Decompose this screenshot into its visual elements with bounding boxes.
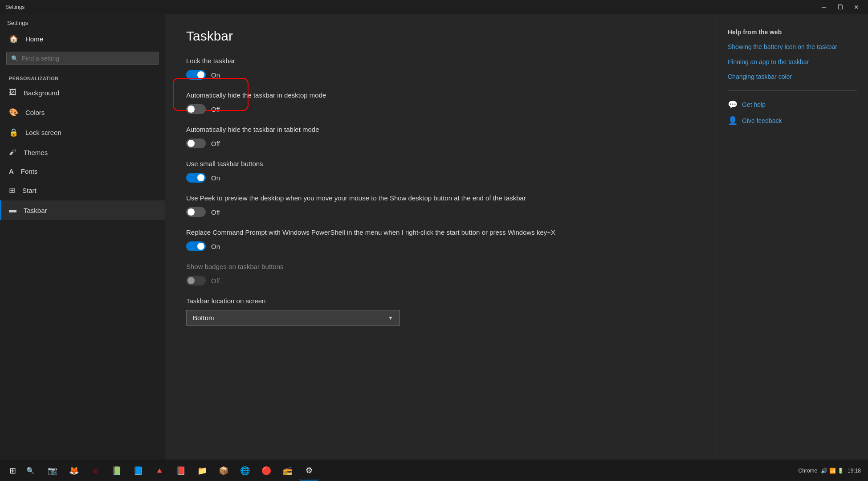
taskbar-app-3[interactable]: 🔺 [150,461,169,481]
lock-taskbar-label: Lock the taskbar [186,56,695,65]
small-buttons-row: On [186,173,695,183]
setting-taskbar-location: Taskbar location on screen Bottom ▼ [186,296,695,326]
restore-button[interactable]: ⧠ [833,2,847,12]
setting-replace-command: Replace Command Prompt with Windows Powe… [186,228,695,251]
small-buttons-knob [197,174,204,181]
sidebar-label-colors: Colors [25,109,45,116]
sidebar-app-title: Settings [0,14,165,30]
small-buttons-toggle[interactable] [186,173,206,183]
auto-hide-tablet-label: Automatically hide the taskbar in tablet… [186,125,695,134]
taskbar-app-edge[interactable]: 🌐 [235,461,255,481]
sidebar-item-fonts[interactable]: A Fonts [0,162,165,180]
taskbar-app-radio[interactable]: 📻 [278,461,297,481]
lock-screen-icon: 🔒 [9,128,18,137]
help-link-pinning[interactable]: Pinning an app to the taskbar [728,58,857,67]
peek-preview-label: Use Peek to preview the desktop when you… [186,193,695,203]
taskbar-location-value: Bottom [193,314,214,322]
taskbar-app-excel[interactable]: 📗 [107,461,126,481]
sidebar-item-colors[interactable]: 🎨 Colors [0,102,165,122]
taskbar-icon: ▬ [9,206,16,215]
taskbar-location-label: Taskbar location on screen [186,296,695,306]
small-buttons-label: Use small taskbar buttons [186,159,695,168]
sidebar-label-background: Background [24,89,59,97]
lock-taskbar-toggle[interactable] [186,70,206,80]
sidebar-item-home[interactable]: 🏠 Home [0,30,165,48]
themes-icon: 🖌 [9,148,16,157]
sidebar-item-lock-screen[interactable]: 🔒 Lock screen [0,122,165,143]
taskbar-app-2[interactable]: ⊘ [86,461,105,481]
taskbar-app-word[interactable]: 📘 [128,461,148,481]
sidebar-label-fonts: Fonts [21,167,38,175]
show-badges-status: Off [211,277,220,285]
help-divider [728,90,857,91]
page-title: Taskbar [186,29,695,44]
help-link-color[interactable]: Changing taskbar color [728,73,857,82]
replace-command-status: On [211,243,220,250]
window-controls: ─ ⧠ ✕ [818,2,863,12]
setting-show-badges: Show badges on taskbar buttons Off [186,262,695,285]
taskbar-app-task-view[interactable]: 📷 [43,461,62,481]
get-help-action[interactable]: 💬 Get help [728,100,857,110]
give-feedback-icon: 👤 [728,116,738,126]
sidebar-label-lock-screen: Lock screen [25,129,61,136]
setting-lock-taskbar: Lock the taskbar On [186,56,695,80]
taskbar-app-settings[interactable]: ⚙ [299,461,319,481]
taskbar-app-firefox[interactable]: 🦊 [64,461,84,481]
home-label: Home [25,35,43,43]
give-feedback-action[interactable]: 👤 Give feedback [728,116,857,126]
search-input[interactable] [22,55,154,62]
peek-preview-status: Off [211,208,220,216]
start-button[interactable]: ⊞ [4,462,21,480]
help-link-battery[interactable]: Showing the battery icon on the taskbar [728,43,857,52]
replace-command-toggle[interactable] [186,241,206,251]
system-taskbar: ⊞ 🔍 📷 🦊 ⊘ 📗 📘 🔺 📕 📁 📦 🌐 🔴 📻 ⚙ Chrome 🔊 📶… [0,460,868,481]
taskbar-app-ppt[interactable]: 📕 [171,461,191,481]
right-panel: Help from the web Showing the battery ic… [717,14,868,460]
get-help-label: Get help [742,101,766,108]
small-buttons-status: On [211,174,220,182]
auto-hide-tablet-row: Off [186,139,695,148]
background-icon: 🖼 [9,88,16,97]
peek-preview-toggle[interactable] [186,207,206,217]
replace-command-label: Replace Command Prompt with Windows Powe… [186,228,695,237]
setting-auto-hide-desktop: Automatically hide the taskbar in deskto… [186,90,695,114]
search-box[interactable]: 🔍 [6,52,159,65]
auto-hide-desktop-status: Off [211,106,220,113]
sidebar-label-themes: Themes [24,149,48,156]
app-body: Settings 🏠 Home 🔍 Personalization 🖼 Back… [0,14,868,460]
show-badges-knob [187,277,195,284]
auto-hide-tablet-status: Off [211,140,220,147]
taskbar-app-explorer[interactable]: 📁 [192,461,212,481]
taskbar-right: Chrome 🔊 📶 🔋 19:18 [799,468,864,474]
replace-command-knob [197,243,204,250]
sidebar-item-themes[interactable]: 🖌 Themes [0,143,165,162]
sidebar-item-background[interactable]: 🖼 Background [0,83,165,102]
main-content: Taskbar Lock the taskbar On Automaticall… [165,14,717,460]
auto-hide-desktop-knob [187,106,195,113]
give-feedback-label: Give feedback [742,117,782,124]
auto-hide-desktop-label: Automatically hide the taskbar in deskto… [186,90,695,100]
help-section-title: Help from the web [728,29,857,36]
show-badges-toggle[interactable] [186,276,206,285]
setting-peek-preview: Use Peek to preview the desktop when you… [186,193,695,217]
taskbar-app-store[interactable]: 📦 [214,461,233,481]
setting-auto-hide-tablet: Automatically hide the taskbar in tablet… [186,125,695,148]
start-icon: ⊞ [9,186,15,195]
sidebar-item-start[interactable]: ⊞ Start [0,180,165,200]
fonts-icon: A [9,167,14,175]
taskbar-icons: 🔊 📶 🔋 [821,468,844,474]
lock-taskbar-status: On [211,71,220,79]
sidebar-item-taskbar[interactable]: ▬ Taskbar [0,200,165,220]
get-help-icon: 💬 [728,100,738,110]
colors-icon: 🎨 [9,108,18,117]
search-icon: 🔍 [11,55,18,62]
auto-hide-tablet-toggle[interactable] [186,139,206,148]
auto-hide-desktop-toggle[interactable] [186,104,206,114]
show-badges-row: Off [186,276,695,285]
minimize-button[interactable]: ─ [818,2,830,12]
close-button[interactable]: ✕ [850,2,863,12]
taskbar-app-media[interactable]: 🔴 [257,461,276,481]
taskbar-time: 19:18 [848,468,861,474]
taskbar-search-button[interactable]: 🔍 [21,462,39,480]
taskbar-location-dropdown[interactable]: Bottom ▼ [186,310,400,326]
